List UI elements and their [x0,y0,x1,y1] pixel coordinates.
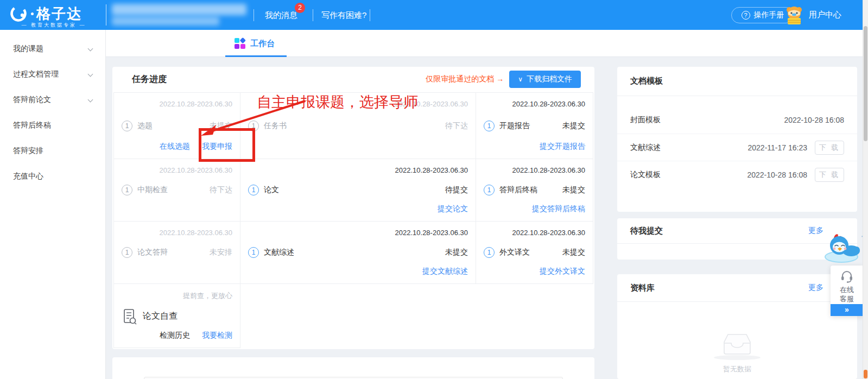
submit-final-draft-link[interactable]: 提交答辩后终稿 [532,204,585,214]
top-header: 格子达 — 教育大数据专家 — 我的消息 2 写作有困难? ? 操作手册 用户中… [0,0,868,30]
task-status: 待提交 [445,185,468,195]
template-date: 2022-11-17 16:23 [748,143,808,152]
panel-title: 文档模板 [630,76,844,86]
scrollbar-bottom-marker [864,370,867,378]
online-service-widget[interactable]: 在线 客服 » [831,266,863,316]
task-count-badge: 1 [122,247,132,258]
nav-separator [254,9,254,21]
download-button[interactable]: 下 载 [815,168,844,182]
cell-thesis-defense: 2022.10.28-2023.06.30 1 论文答辩 未安排 [113,221,240,284]
task-name: 中期检查 [137,185,168,195]
cell-literature-review: 2022.10.28-2023.06.30 1 文献综述 未提交 提交文献综述 [240,221,476,284]
doc-templates-panel: 文档模板 封面模板 2022-10-28 16:08 文献综述 2022-11-… [617,67,857,212]
task-date: 2022.10.28-2023.06.30 [395,166,468,174]
tab-workbench[interactable]: 工作台 [235,30,275,57]
sidebar-item-my-topics[interactable]: 我的课题 [0,36,105,61]
panel-title: 任务进度 [132,74,426,85]
library-more-link[interactable]: 更多 [808,283,823,293]
active-tab-underline [225,55,287,57]
task-count-badge: 1 [248,247,259,258]
task-date: 2022.10.28-2023.06.30 [395,100,468,108]
cell-foreign-translation: 2022.10.28-2023.06.30 1 外文译文 未提交 提交外文译文 [476,221,593,284]
cell-thesis: 2022.10.28-2023.06.30 1 论文 待提交 提交论文 [240,159,476,222]
task-name: 论文答辩 [137,248,168,257]
self-apply-topic-link[interactable]: 我要申报 [202,142,232,151]
task-name: 论文 [264,185,279,195]
chevron-down-icon [88,97,93,103]
page-scrollbar[interactable] [863,0,868,379]
user-center-button[interactable]: 用户中心 [784,0,841,30]
logo-tagline: — 教育大数据专家 — [4,22,103,29]
task-status: 未提交 [562,248,585,257]
task-name: 选题 [137,121,153,131]
logo-g-icon [9,4,28,23]
scrollbar-thumb[interactable] [864,26,867,141]
start-check-link[interactable]: 我要检测 [202,331,232,340]
task-count-badge: 1 [122,185,132,195]
header-divider [106,4,106,26]
logo-dot [31,12,34,15]
service-label-line2: 客服 [831,294,863,304]
next-section-placeholder [144,377,563,379]
template-date: 2022-10-28 16:08 [784,116,844,124]
task-name: 答辩后终稿 [499,185,537,195]
service-expand-button[interactable]: » [831,304,863,316]
panel-title: 待我提交 [630,226,808,236]
logo-text: 格子达 [36,4,82,23]
cell-midterm-check: 2022.10.28-2023.06.30 1 中期检查 待下达 [113,159,240,222]
template-date: 2022-10-28 16:08 [747,170,807,179]
task-name: 外文译文 [499,248,530,257]
task-status: 未提交 [445,248,468,257]
cell-final-draft: 2022.10.28-2023.06.30 1 答辩后终稿 未提交 提交答辩后终… [476,159,593,222]
template-row-cover: 封面模板 2022-10-28 16:08 [617,106,857,134]
submit-opening-report-link[interactable]: 提交开题报告 [540,142,585,151]
task-count-badge: 1 [484,185,495,195]
next-section-card [112,357,594,379]
self-check-tagline: 提前查，更放心 [183,291,232,301]
sidebar-item-pre-defense-thesis[interactable]: 答辩前论文 [0,87,105,112]
nav-separator [370,9,370,21]
task-name: 开题报告 [499,121,530,131]
template-label: 封面模板 [630,115,784,125]
chevron-down-icon [88,72,93,77]
check-history-link[interactable]: 检测历史 [160,331,190,340]
task-count-badge: 1 [484,121,495,131]
task-status: 未提交 [562,185,585,195]
task-date: 2022.10.28-2023.06.30 [160,166,232,174]
submit-foreign-translation-link[interactable]: 提交外文译文 [540,267,585,276]
submit-thesis-link[interactable]: 提交论文 [438,204,468,214]
template-row-literature-review: 文献综述 2022-11-17 16:23 下 载 [617,134,857,161]
sidebar-item-label: 答辩安排 [13,146,43,155]
cell-self-check: 提前查，更放心 论文自查 检测历史 我要检测 [113,283,240,348]
submit-literature-review-link[interactable]: 提交文献综述 [422,267,468,276]
question-circle-icon: ? [742,11,750,20]
tab-bar: 工作台 [106,30,863,57]
messages-count-badge: 2 [295,3,305,13]
sidebar-item-defense-schedule[interactable]: 答辩安排 [0,138,105,163]
cell-topic-selection: 2022.10.28-2023.06.30 1 选题 未提交 在线选题 我要申报 [113,92,240,159]
template-label: 文献综述 [630,143,748,153]
task-date: 2022.10.28-2023.06.30 [160,100,232,108]
sidebar-item-recharge-center[interactable]: 充值中心 [0,163,105,189]
redacted-school-subtext [112,17,219,26]
task-date: 2022.10.28-2023.06.30 [512,100,585,108]
sidebar-item-process-docs[interactable]: 过程文档管理 [0,61,105,87]
task-status: 未安排 [210,248,232,257]
my-messages-button[interactable]: 我的消息 [265,0,297,30]
download-archive-button[interactable]: ∨ 下载归档文件 [509,71,581,88]
logo[interactable]: 格子达 [9,4,82,23]
task-panel-header: 任务进度 仅限审批通过的文档 → ∨ 下载归档文件 [112,67,594,92]
sidebar-item-label: 过程文档管理 [13,70,59,78]
task-count-badge: 1 [122,121,132,131]
service-label-line1: 在线 [831,285,863,294]
online-topic-selection-link[interactable]: 在线选题 [160,142,190,151]
task-status: 未提交 [562,121,585,131]
download-archive-label: 下载归档文件 [527,74,572,84]
sidebar-item-label: 答辩前论文 [13,95,51,104]
download-button[interactable]: 下 载 [815,141,844,155]
writing-help-button[interactable]: 写作有困难? [321,0,366,30]
empty-icon-shadow [714,355,761,360]
nav-separator [313,9,313,21]
sidebar-item-final-draft[interactable]: 答辩后终稿 [0,112,105,138]
cell-opening-report: 2022.10.28-2023.06.30 1 开题报告 未提交 提交开题报告 [476,92,593,159]
